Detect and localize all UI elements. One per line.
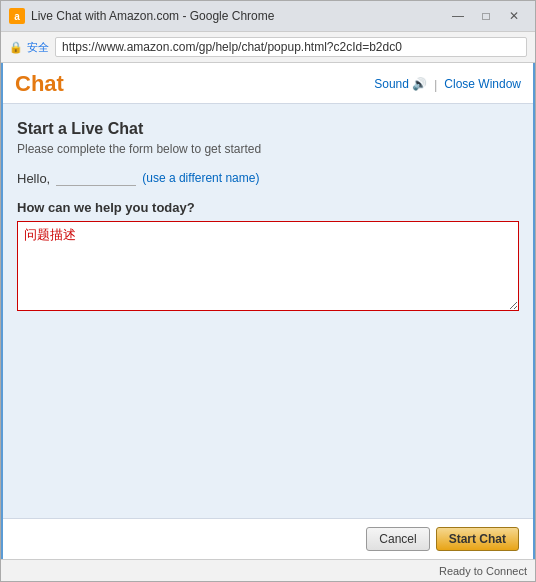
window-close-button[interactable]: ✕ bbox=[501, 6, 527, 26]
page-content: Chat Sound 🔊 | Close Window Start a Live… bbox=[1, 63, 535, 559]
chat-page-title: Chat bbox=[15, 71, 64, 97]
sound-link[interactable]: Sound 🔊 bbox=[374, 77, 427, 91]
use-different-name-link[interactable]: (use a different name) bbox=[142, 171, 259, 185]
hello-row: Hello, (use a different name) bbox=[17, 170, 519, 186]
window-controls: — □ ✕ bbox=[445, 6, 527, 26]
sound-label: Sound bbox=[374, 77, 409, 91]
maximize-button[interactable]: □ bbox=[473, 6, 499, 26]
title-bar: a Live Chat with Amazon.com - Google Chr… bbox=[1, 1, 535, 31]
cancel-button[interactable]: Cancel bbox=[366, 527, 429, 551]
window-title: Live Chat with Amazon.com - Google Chrom… bbox=[31, 9, 445, 23]
start-chat-button[interactable]: Start Chat bbox=[436, 527, 519, 551]
url-bar[interactable]: https://www.amazon.com/gp/help/chat/popu… bbox=[55, 37, 527, 57]
form-title: Start a Live Chat bbox=[17, 120, 519, 138]
chrome-window: a Live Chat with Amazon.com - Google Chr… bbox=[0, 0, 536, 582]
lock-icon: 🔒 bbox=[9, 41, 23, 54]
status-text: Ready to Connect bbox=[439, 565, 527, 577]
help-question-label: How can we help you today? bbox=[17, 200, 519, 215]
address-bar: 🔒 安全 https://www.amazon.com/gp/help/chat… bbox=[1, 31, 535, 63]
name-placeholder bbox=[56, 170, 136, 186]
header-controls: Sound 🔊 | Close Window bbox=[374, 77, 521, 92]
help-textarea[interactable]: 问题描述 bbox=[17, 221, 519, 311]
chat-header: Chat Sound 🔊 | Close Window bbox=[3, 63, 533, 104]
minimize-button[interactable]: — bbox=[445, 6, 471, 26]
security-label: 安全 bbox=[27, 40, 49, 55]
form-area: Start a Live Chat Please complete the fo… bbox=[3, 104, 533, 518]
separator: | bbox=[434, 77, 437, 92]
favicon: a bbox=[9, 8, 25, 24]
security-indicator: 🔒 安全 bbox=[9, 40, 49, 55]
sound-icon: 🔊 bbox=[412, 77, 427, 91]
status-bar: Ready to Connect bbox=[1, 559, 535, 581]
close-window-link[interactable]: Close Window bbox=[444, 77, 521, 91]
hello-label: Hello, bbox=[17, 171, 50, 186]
form-subtitle: Please complete the form below to get st… bbox=[17, 142, 519, 156]
button-row: Cancel Start Chat bbox=[3, 518, 533, 559]
